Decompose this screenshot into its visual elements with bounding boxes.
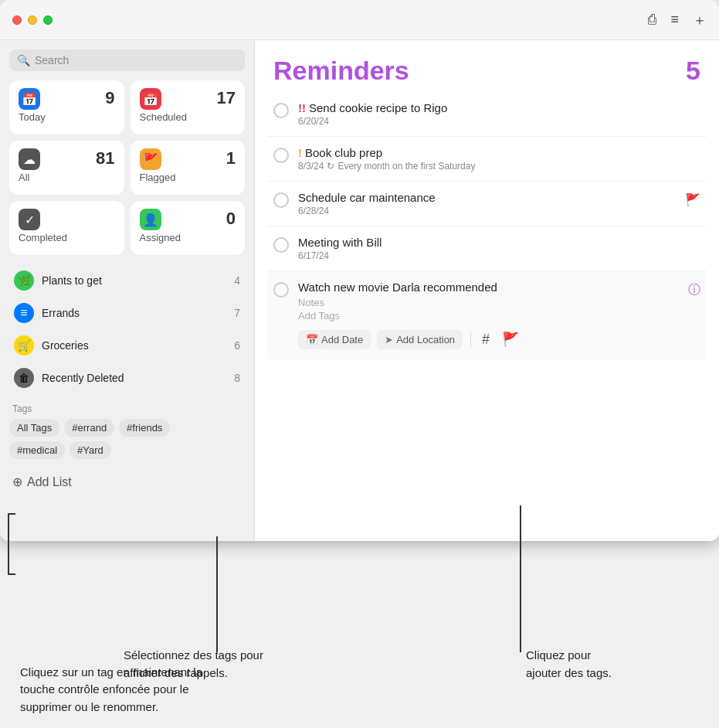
reminder-meta-4: 6/17/24 xyxy=(298,250,700,261)
reminder-date-3: 6/28/24 xyxy=(298,206,329,216)
calendar-icon: 📅 xyxy=(306,334,318,345)
smart-list-assigned[interactable]: 👤 0 Assigned xyxy=(131,201,246,255)
priority-high-icon: !! xyxy=(298,101,306,114)
annotation-left-text: Cliquez sur un tag en maintenant latouch… xyxy=(20,664,267,716)
reminder-date-4: 6/17/24 xyxy=(298,250,329,261)
reminder-title-5[interactable]: Watch new movie Darla recommended xyxy=(298,281,679,294)
flagged-icon: 🚩 xyxy=(140,148,161,170)
tags-section: Tags All Tags #errand #friends #medical … xyxy=(9,403,245,464)
recurrence-icon: ↻ xyxy=(327,161,334,172)
reminder-text-4: Meeting with Bill xyxy=(298,236,382,249)
plants-label: Plants to get xyxy=(42,274,226,287)
page-title: Reminders xyxy=(273,56,409,86)
smart-list-completed[interactable]: ✓ Completed xyxy=(9,201,124,255)
today-icon: 📅 xyxy=(19,88,40,110)
reminder-notes-placeholder[interactable]: Notes xyxy=(298,297,679,308)
annotation-right-text: Cliquez pourajouter des tags. xyxy=(526,647,696,682)
reminder-text-2: Book club prep xyxy=(305,146,382,159)
annotation-right: Cliquez pourajouter des tags. xyxy=(526,647,696,682)
tags-row-2: #medical #Yard xyxy=(9,441,245,459)
close-button[interactable] xyxy=(12,15,22,25)
reminder-body-2: ! Book club prep 8/3/24 ↻ Every month on… xyxy=(298,146,700,172)
reminder-body-1: !! Send cookie recipe to Rigo 6/20/24 xyxy=(298,101,700,127)
reminder-checkbox-5[interactable] xyxy=(273,282,289,298)
add-date-button[interactable]: 📅 Add Date xyxy=(298,330,371,349)
list-item-groceries[interactable]: 🛒 Groceries 6 xyxy=(9,329,245,362)
tag-hash-button[interactable]: # xyxy=(479,328,493,351)
reminder-title-4: Meeting with Bill xyxy=(298,236,700,249)
reminder-checkbox-3[interactable] xyxy=(273,192,289,208)
reminder-item-5: Watch new movie Darla recommended Notes … xyxy=(267,271,707,360)
list-item-plants[interactable]: 🌿 Plants to get 4 xyxy=(9,264,245,297)
reminder-checkbox-4[interactable] xyxy=(273,237,289,253)
tags-header: Tags xyxy=(9,403,245,414)
assigned-label: Assigned xyxy=(140,232,236,243)
search-bar[interactable]: 🔍 xyxy=(9,49,245,71)
reminder-body-4: Meeting with Bill 6/17/24 xyxy=(298,236,700,261)
tag-yard[interactable]: #Yard xyxy=(70,441,111,459)
scheduled-label: Scheduled xyxy=(140,111,236,123)
reminder-item-1: !! Send cookie recipe to Rigo 6/20/24 xyxy=(267,92,707,137)
reminder-toolbar: 📅 Add Date ➤ Add Location # 🚩 xyxy=(298,328,679,351)
titlebar-actions: ⎙ ≡ ＋ xyxy=(648,11,707,29)
reminder-tags-placeholder[interactable]: Add Tags xyxy=(298,310,679,321)
add-list-label: Add List xyxy=(27,475,72,489)
today-count: 9 xyxy=(105,88,114,108)
tag-all[interactable]: All Tags xyxy=(9,419,59,437)
annotations-area: Cliquez sur un tag en maintenant latouch… xyxy=(0,535,719,728)
flag-icon-3: 🚩 xyxy=(685,192,700,207)
info-icon-5[interactable]: ⓘ xyxy=(688,282,700,298)
reminder-meta-1: 6/20/24 xyxy=(298,116,700,127)
smart-list-today[interactable]: 📅 9 Today xyxy=(9,80,124,134)
search-icon: 🔍 xyxy=(17,54,30,66)
errands-count: 7 xyxy=(234,307,240,319)
app-window: ⎙ ≡ ＋ 🔍 📅 9 Today xyxy=(0,0,719,541)
reminder-checkbox-1[interactable] xyxy=(273,103,289,118)
groceries-icon: 🛒 xyxy=(14,335,34,355)
reminder-item-2: ! Book club prep 8/3/24 ↻ Every month on… xyxy=(267,137,707,182)
groceries-label: Groceries xyxy=(42,339,226,352)
maximize-button[interactable] xyxy=(43,15,53,25)
assigned-icon: 👤 xyxy=(140,209,161,230)
scheduled-count: 17 xyxy=(217,88,236,108)
user-lists: 🌿 Plants to get 4 ≡ Errands 7 🛒 Grocerie… xyxy=(9,264,245,394)
plants-icon: 🌿 xyxy=(14,270,34,291)
reminder-title-1: !! Send cookie recipe to Rigo xyxy=(298,101,700,114)
reminders-list: !! Send cookie recipe to Rigo 6/20/24 ! xyxy=(255,92,719,360)
today-label: Today xyxy=(19,111,115,123)
completed-label: Completed xyxy=(19,232,115,243)
tag-friends[interactable]: #friends xyxy=(119,419,170,437)
add-list-button[interactable]: ⊕ Add List xyxy=(9,470,245,494)
plants-count: 4 xyxy=(234,274,240,287)
reminder-title-3: Schedule car maintenance xyxy=(298,191,676,204)
share-icon[interactable]: ⎙ xyxy=(648,12,656,28)
smart-list-scheduled[interactable]: 📅 17 Scheduled xyxy=(131,80,246,134)
add-date-label: Add Date xyxy=(321,334,363,345)
toolbar-divider xyxy=(470,331,471,348)
flagged-count: 1 xyxy=(226,148,236,168)
right-header: Reminders 5 xyxy=(255,40,719,92)
list-icon[interactable]: ≡ xyxy=(670,12,679,28)
tag-medical[interactable]: #medical xyxy=(9,441,65,459)
add-location-label: Add Location xyxy=(396,334,455,345)
reminder-text-1: Send cookie recipe to Rigo xyxy=(309,101,447,114)
list-item-recently-deleted[interactable]: 🗑 Recently Deleted 8 xyxy=(9,362,245,394)
add-icon[interactable]: ＋ xyxy=(693,11,707,29)
reminder-item-3: Schedule car maintenance 6/28/24 🚩 xyxy=(267,182,707,226)
smart-list-all[interactable]: ☁ 81 All xyxy=(9,141,124,195)
tags-row-1: All Tags #errand #friends xyxy=(9,419,245,437)
add-location-button[interactable]: ➤ Add Location xyxy=(377,330,463,349)
smart-list-flagged[interactable]: 🚩 1 Flagged xyxy=(131,141,246,195)
flag-button[interactable]: 🚩 xyxy=(499,328,522,351)
errands-label: Errands xyxy=(42,307,226,319)
deleted-count: 8 xyxy=(234,372,240,384)
assigned-count: 0 xyxy=(226,209,236,229)
minimize-button[interactable] xyxy=(28,15,37,25)
search-input[interactable] xyxy=(35,54,237,66)
right-panel: Reminders 5 !! Send cookie recipe to Rig… xyxy=(255,40,719,541)
reminder-title-2: ! Book club prep xyxy=(298,146,700,159)
list-item-errands[interactable]: ≡ Errands 7 xyxy=(9,297,245,329)
tag-errand[interactable]: #errand xyxy=(64,419,114,437)
smart-lists-grid: 📅 9 Today 📅 17 Scheduled ☁ xyxy=(9,80,245,255)
reminder-checkbox-2[interactable] xyxy=(273,148,289,163)
